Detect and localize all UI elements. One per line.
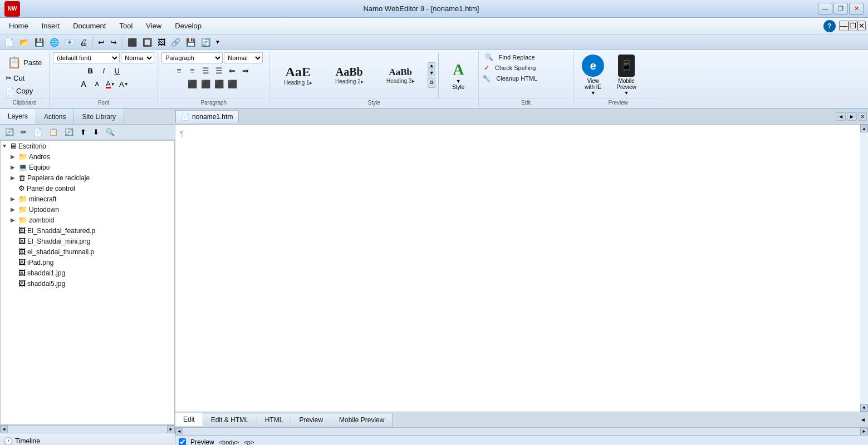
find-replace-button[interactable]: Find Replace xyxy=(496,52,538,62)
menu-develop[interactable]: Develop xyxy=(168,19,208,32)
paragraph-size-select[interactable]: Normal xyxy=(224,52,263,63)
help-icon[interactable]: ? xyxy=(823,20,836,32)
font-family-select[interactable]: (default font) xyxy=(53,52,120,63)
unordered-list-button[interactable]: ☰ xyxy=(199,65,212,77)
style-button[interactable]: A ▼ Style xyxy=(442,58,475,92)
scroll-down-button[interactable]: ▼ xyxy=(860,404,868,412)
tab-site-library[interactable]: Site Library xyxy=(74,109,124,124)
view-ie-arrow[interactable]: ▼ xyxy=(591,90,596,96)
menu-tool[interactable]: Tool xyxy=(112,19,139,32)
close-button[interactable]: ✕ xyxy=(849,3,864,15)
h-scroll-right[interactable]: ► xyxy=(167,426,175,433)
doc-nav-next[interactable]: ► xyxy=(847,112,857,121)
tree-node-papelera[interactable]: ▶ 🗑 Papelera de reciclaje xyxy=(1,172,174,183)
font-size-select[interactable]: Normal xyxy=(121,52,154,63)
layout-button[interactable]: ⬛ xyxy=(125,36,139,48)
heading3-button[interactable]: AaBb Heading 3▸ xyxy=(375,65,425,86)
bottom-tab-preview[interactable]: Preview xyxy=(291,414,331,426)
expand-icon-equipo[interactable]: ▶ xyxy=(11,164,18,170)
indent-less-button[interactable]: ⇐ xyxy=(226,65,238,77)
new-button[interactable]: 📄 xyxy=(2,36,16,48)
pt-btn-6[interactable]: ⬆ xyxy=(77,126,89,138)
style-expand[interactable]: ⧉ xyxy=(428,77,435,88)
editor-h-scroll-right[interactable]: ► xyxy=(860,428,868,436)
print-button[interactable]: 🖨 xyxy=(77,36,90,48)
h-scroll-left[interactable]: ◄ xyxy=(0,426,8,433)
minimize-button[interactable]: — xyxy=(818,3,832,15)
style-dropdown-arrow[interactable]: ▼ xyxy=(456,78,461,84)
open-button[interactable]: 📂 xyxy=(17,36,31,48)
doc-nav-close[interactable]: ✕ xyxy=(858,112,867,121)
undo-button[interactable]: ↩ xyxy=(96,36,107,48)
editor-h-scroll-left[interactable]: ◄ xyxy=(175,428,183,436)
cleanup-html-button[interactable]: Cleanup HTML xyxy=(493,73,540,83)
expand-icon-root[interactable]: ▼ xyxy=(2,143,9,149)
tree-node-img3[interactable]: 🖼 el_shaddai_thumnail.p xyxy=(1,246,174,257)
paste-button[interactable]: 📋 Paste xyxy=(3,53,46,71)
menu-document[interactable]: Document xyxy=(66,19,112,32)
breadcrumb-body[interactable]: <body> xyxy=(219,439,239,446)
tree-node-panel[interactable]: ⚙ Panel de control xyxy=(1,183,174,194)
image-button[interactable]: 🖼 xyxy=(155,36,168,48)
menu-close-button[interactable]: ✕ xyxy=(857,21,866,31)
tree-node-img4[interactable]: 🖼 iPad.png xyxy=(1,257,174,268)
style-scroll-down[interactable]: ▼ xyxy=(428,70,435,76)
tab-actions[interactable]: Actions xyxy=(36,109,74,124)
expand-icon-uptodown[interactable]: ▶ xyxy=(11,206,18,212)
menu-restore-button[interactable]: ❐ xyxy=(849,21,857,31)
link-button[interactable]: 🔗 xyxy=(169,36,183,48)
tree-node-equipo[interactable]: ▶ 💻 Equipo xyxy=(1,162,174,172)
editor-canvas[interactable]: ¶ xyxy=(175,125,860,412)
pt-btn-5[interactable]: 🔄 xyxy=(62,126,76,138)
bottom-tab-mobile-preview[interactable]: Mobile Preview xyxy=(331,414,393,426)
align-center-button[interactable]: ⬛ xyxy=(199,78,212,90)
tree-node-uptodown[interactable]: ▶ 📁 Uptodown xyxy=(1,204,174,215)
indent-more-button[interactable]: ⇒ xyxy=(239,65,252,77)
bold-button[interactable]: B xyxy=(84,65,96,77)
pt-btn-1[interactable]: 🔄 xyxy=(2,126,17,138)
scroll-up-button[interactable]: ▲ xyxy=(860,125,868,132)
maximize-button[interactable]: ❐ xyxy=(833,3,848,15)
doc-nav-prev[interactable]: ◄ xyxy=(836,112,846,121)
save2-button[interactable]: 💾 xyxy=(184,36,198,48)
align-left-button[interactable]: ⬛ xyxy=(186,78,198,90)
file-tree[interactable]: ▼ 🖥 Escritorio ▶ 📁 Andres ▶ 💻 Equipo xyxy=(0,140,175,425)
mobile-arrow[interactable]: ▼ xyxy=(624,90,629,96)
font-shrink-button[interactable]: A xyxy=(91,78,103,90)
breadcrumb-p[interactable]: <p> xyxy=(243,439,254,446)
align-right-button[interactable]: ⬛ xyxy=(213,78,225,90)
expand-icon-andres[interactable]: ▶ xyxy=(11,154,18,160)
menu-home[interactable]: Home xyxy=(2,19,35,32)
highlight-dropdown[interactable]: ▼ xyxy=(124,82,129,87)
panel-horizontal-scroll[interactable]: ◄ ► xyxy=(0,425,175,433)
underline-button[interactable]: U xyxy=(111,65,123,77)
bottom-tab-edit-html[interactable]: Edit & HTML xyxy=(203,414,257,426)
pt-btn-8[interactable]: 🔍 xyxy=(103,126,117,138)
pt-btn-4[interactable]: 📋 xyxy=(46,126,61,138)
bottom-scroll-arrow[interactable]: ◄ xyxy=(858,416,868,424)
ordered-list-button[interactable]: ☰ xyxy=(213,65,225,77)
expand-icon-minecraft[interactable]: ▶ xyxy=(11,196,18,202)
table-button[interactable]: 🔲 xyxy=(140,36,154,48)
copy-button[interactable]: 📄 Copy xyxy=(3,85,46,97)
tree-node-img1[interactable]: 🖼 El_Shaddai_featured.p xyxy=(1,225,174,236)
pt-btn-3[interactable]: 📄 xyxy=(31,126,45,138)
preview-checkbox[interactable] xyxy=(179,438,186,445)
pt-btn-2[interactable]: ✏ xyxy=(18,126,30,138)
timeline-label[interactable]: Timeline xyxy=(15,437,40,445)
bottom-tab-edit[interactable]: Edit xyxy=(175,413,203,426)
tree-node-img2[interactable]: 🖼 El_Shaddai_mini.png xyxy=(1,236,174,246)
menu-view[interactable]: View xyxy=(139,19,168,32)
expand-icon-papelera[interactable]: ▶ xyxy=(11,175,18,181)
paragraph-style-select[interactable]: Paragraph xyxy=(161,52,223,63)
menu-minimize-button[interactable]: — xyxy=(839,21,849,31)
align-justify-button[interactable]: ⬛ xyxy=(226,78,238,90)
web-button[interactable]: 🌐 xyxy=(47,36,61,48)
pt-btn-7[interactable]: ⬇ xyxy=(90,126,102,138)
heading1-button[interactable]: AaE Heading 1▸ xyxy=(273,62,323,88)
menu-insert[interactable]: Insert xyxy=(35,19,67,32)
font-color-dropdown[interactable]: ▼ xyxy=(111,82,115,87)
tab-layers[interactable]: Layers xyxy=(0,109,36,124)
editor-scrollbar-v[interactable]: ▲ ▼ xyxy=(860,125,868,412)
expand-icon-zomboid[interactable]: ▶ xyxy=(11,217,18,223)
